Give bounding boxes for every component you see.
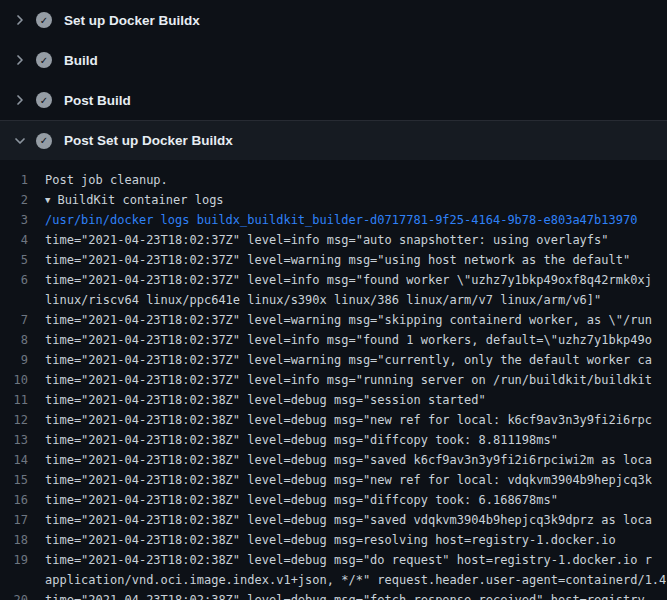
group-toggle-triangle-icon[interactable]: ▼ <box>45 190 50 210</box>
log-row: linux/riscv64 linux/ppc641e linux/s390x … <box>0 290 667 310</box>
line-number[interactable]: 6 <box>0 270 45 290</box>
step-label: Build <box>64 53 98 68</box>
line-number <box>0 290 45 310</box>
line-number[interactable]: 20 <box>0 590 45 600</box>
log-row: 8time="2021-04-23T18:02:37Z" level=info … <box>0 330 667 350</box>
log-text: time="2021-04-23T18:02:38Z" level=debug … <box>45 510 652 530</box>
log-text: time="2021-04-23T18:02:37Z" level=info m… <box>45 330 652 350</box>
line-number[interactable]: 11 <box>0 390 45 410</box>
log-group-row[interactable]: 2▼BuildKit container logs <box>0 190 667 210</box>
log-row: 5time="2021-04-23T18:02:37Z" level=warni… <box>0 250 667 270</box>
step-header[interactable]: ✓Set up Docker Buildx <box>0 0 667 40</box>
line-number[interactable]: 10 <box>0 370 45 390</box>
line-number[interactable]: 7 <box>0 310 45 330</box>
chevron-right-icon[interactable] <box>12 92 28 108</box>
log-text: time="2021-04-23T18:02:37Z" level=warnin… <box>45 310 652 330</box>
log-row: 20time="2021-04-23T18:02:38Z" level=debu… <box>0 590 667 600</box>
log-row: 12time="2021-04-23T18:02:38Z" level=debu… <box>0 410 667 430</box>
log-text: BuildKit container logs <box>57 190 223 210</box>
step-label: Set up Docker Buildx <box>64 13 200 28</box>
log-row: 19time="2021-04-23T18:02:38Z" level=debu… <box>0 550 667 570</box>
log-row: 9time="2021-04-23T18:02:37Z" level=warni… <box>0 350 667 370</box>
step-label: Post Set up Docker Buildx <box>64 133 233 148</box>
log-row: 10time="2021-04-23T18:02:37Z" level=info… <box>0 370 667 390</box>
step-header[interactable]: ✓Post Set up Docker Buildx <box>0 120 667 160</box>
workflow-log-viewer: ✓Set up Docker Buildx✓Build✓Post Build✓P… <box>0 0 667 600</box>
line-number <box>0 570 45 590</box>
line-number[interactable]: 5 <box>0 250 45 270</box>
log-text: time="2021-04-23T18:02:37Z" level=warnin… <box>45 350 652 370</box>
log-text: time="2021-04-23T18:02:38Z" level=debug … <box>45 430 558 450</box>
line-number[interactable]: 9 <box>0 350 45 370</box>
log-row: 17time="2021-04-23T18:02:38Z" level=debu… <box>0 510 667 530</box>
line-number[interactable]: 3 <box>0 210 45 230</box>
chevron-down-icon[interactable] <box>12 133 28 149</box>
log-text: time="2021-04-23T18:02:38Z" level=debug … <box>45 550 652 570</box>
log-row: application/vnd.oci.image.index.v1+json,… <box>0 570 667 590</box>
log-command-text[interactable]: /usr/bin/docker logs buildx_buildkit_bui… <box>45 210 637 230</box>
log-text: time="2021-04-23T18:02:37Z" level=info m… <box>45 270 652 290</box>
log-text: time="2021-04-23T18:02:37Z" level=info m… <box>45 370 652 390</box>
log-text: time="2021-04-23T18:02:38Z" level=debug … <box>45 530 616 550</box>
log-area: 1Post job cleanup.2▼BuildKit container l… <box>0 160 667 600</box>
log-row: 4time="2021-04-23T18:02:37Z" level=info … <box>0 230 667 250</box>
log-text: application/vnd.oci.image.index.v1+json,… <box>45 570 666 590</box>
line-number[interactable]: 14 <box>0 450 45 470</box>
log-text: Post job cleanup. <box>45 170 168 190</box>
chevron-right-icon[interactable] <box>12 52 28 68</box>
steps-list: ✓Set up Docker Buildx✓Build✓Post Build✓P… <box>0 0 667 160</box>
line-number[interactable]: 15 <box>0 470 45 490</box>
step-header[interactable]: ✓Post Build <box>0 80 667 120</box>
log-text: time="2021-04-23T18:02:38Z" level=debug … <box>45 390 486 410</box>
line-number[interactable]: 18 <box>0 530 45 550</box>
log-row: 3/usr/bin/docker logs buildx_buildkit_bu… <box>0 210 667 230</box>
chevron-right-icon[interactable] <box>12 12 28 28</box>
step-label: Post Build <box>64 93 131 108</box>
log-text: time="2021-04-23T18:02:38Z" level=debug … <box>45 410 652 430</box>
log-row: 6time="2021-04-23T18:02:37Z" level=info … <box>0 270 667 290</box>
check-circle-icon: ✓ <box>36 133 52 149</box>
log-text: linux/riscv64 linux/ppc641e linux/s390x … <box>45 290 601 310</box>
log-row: 13time="2021-04-23T18:02:38Z" level=debu… <box>0 430 667 450</box>
log-row: 18time="2021-04-23T18:02:38Z" level=debu… <box>0 530 667 550</box>
line-number[interactable]: 2 <box>0 190 45 210</box>
line-number[interactable]: 12 <box>0 410 45 430</box>
log-row: 11time="2021-04-23T18:02:38Z" level=debu… <box>0 390 667 410</box>
line-number[interactable]: 17 <box>0 510 45 530</box>
line-number[interactable]: 1 <box>0 170 45 190</box>
line-number[interactable]: 8 <box>0 330 45 350</box>
log-row: 15time="2021-04-23T18:02:38Z" level=debu… <box>0 470 667 490</box>
log-text: time="2021-04-23T18:02:37Z" level=info m… <box>45 230 609 250</box>
line-number[interactable]: 16 <box>0 490 45 510</box>
log-text: time="2021-04-23T18:02:38Z" level=debug … <box>45 450 652 470</box>
log-row: 1Post job cleanup. <box>0 170 667 190</box>
check-circle-icon: ✓ <box>36 12 52 28</box>
log-text: time="2021-04-23T18:02:38Z" level=debug … <box>45 470 652 490</box>
log-row: 14time="2021-04-23T18:02:38Z" level=debu… <box>0 450 667 470</box>
check-circle-icon: ✓ <box>36 92 52 108</box>
log-text: time="2021-04-23T18:02:37Z" level=warnin… <box>45 250 630 270</box>
log-row: 7time="2021-04-23T18:02:37Z" level=warni… <box>0 310 667 330</box>
log-row: 16time="2021-04-23T18:02:38Z" level=debu… <box>0 490 667 510</box>
step-header[interactable]: ✓Build <box>0 40 667 80</box>
line-number[interactable]: 4 <box>0 230 45 250</box>
log-text: time="2021-04-23T18:02:38Z" level=debug … <box>45 490 558 510</box>
line-number[interactable]: 19 <box>0 550 45 570</box>
check-circle-icon: ✓ <box>36 52 52 68</box>
line-number[interactable]: 13 <box>0 430 45 450</box>
log-text: time="2021-04-23T18:02:38Z" level=debug … <box>45 590 645 600</box>
